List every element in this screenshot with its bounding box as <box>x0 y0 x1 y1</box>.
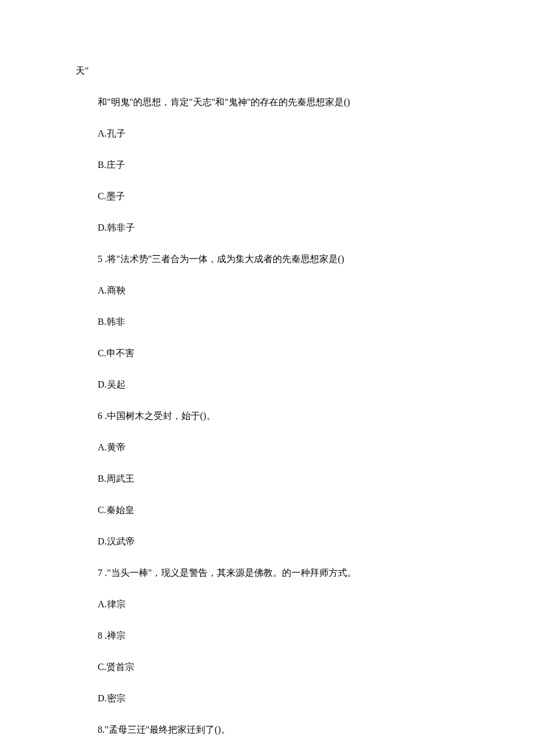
question-5-option-d: D.吴起 <box>76 378 488 392</box>
question-6-option-b: B.周武王 <box>76 472 488 486</box>
question-6-option-a: A.黄帝 <box>76 440 488 454</box>
question-4-option-b: B.庄子 <box>76 158 488 172</box>
question-7-option-b-mislabeled-8: 8 .禅宗 <box>76 629 488 643</box>
question-7-stem: 7 ."当头一棒"，现义是警告，其来源是佛教。的一种拜师方式。 <box>76 566 488 580</box>
question-6-option-c: C.秦始皇 <box>76 503 488 517</box>
question-6-stem: 6 .中国树木之受封，始于()。 <box>76 409 488 423</box>
question-4-option-c: C.墨子 <box>76 189 488 203</box>
question-7-option-a: A.律宗 <box>76 597 488 611</box>
question-7-option-d: D.密宗 <box>76 691 488 705</box>
question-8-stem: 8."孟母三迁"最终把家迁到了()。 <box>76 723 488 737</box>
question-5-option-a: A.商鞅 <box>76 284 488 298</box>
question-4-option-a: A.孔子 <box>76 127 488 141</box>
question-5-stem: 5 .将"法术势"三者合为一体，成为集大成者的先秦思想家是() <box>76 252 488 266</box>
question-4-continuation: 和"明鬼"的思想，肯定"天志"和"鬼神"的存在的先秦思想家是() <box>76 95 488 109</box>
question-5-option-c: C.申不害 <box>76 346 488 360</box>
question-4-option-d: D.韩非子 <box>76 221 488 235</box>
question-7-option-c: C.贤首宗 <box>76 660 488 674</box>
question-4-hanging-fragment: 天" <box>76 64 488 78</box>
question-6-option-d: D.汉武帝 <box>76 535 488 549</box>
question-5-option-b: B.韩非 <box>76 315 488 329</box>
